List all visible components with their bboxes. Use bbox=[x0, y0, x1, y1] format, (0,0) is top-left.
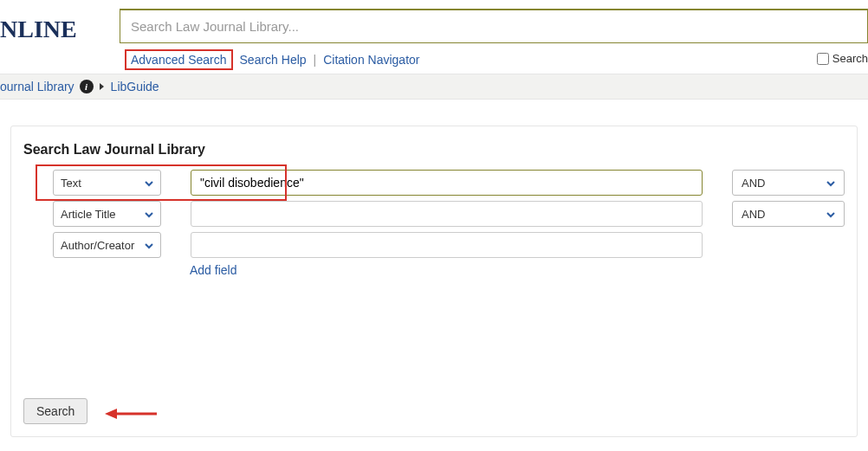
search-checkbox[interactable] bbox=[817, 53, 829, 65]
boolean-select[interactable]: AND bbox=[732, 201, 845, 227]
chevron-down-icon bbox=[145, 208, 153, 221]
form-title: Search Law Journal Library bbox=[23, 142, 845, 158]
field-type-label: Text bbox=[61, 177, 81, 190]
boolean-label: AND bbox=[742, 177, 765, 190]
chevron-down-icon bbox=[826, 177, 835, 190]
form-row: Text AND bbox=[53, 170, 845, 196]
citation-navigator-link[interactable]: Citation Navigator bbox=[323, 53, 419, 67]
field-type-select[interactable]: Author/Creator bbox=[53, 232, 161, 258]
field-type-select[interactable]: Text bbox=[53, 170, 161, 196]
info-icon[interactable]: i bbox=[80, 80, 94, 93]
arrow-icon bbox=[105, 407, 157, 421]
logo: NLINE bbox=[0, 16, 77, 43]
add-field-link[interactable]: Add field bbox=[190, 263, 236, 277]
separator: | bbox=[314, 53, 317, 67]
chevron-down-icon bbox=[145, 239, 153, 252]
search-checkbox-area: Search bbox=[817, 52, 868, 65]
add-field-row: Add field bbox=[190, 263, 845, 277]
search-term-input[interactable] bbox=[191, 170, 703, 196]
breadcrumb: ournal Library i LibGuide bbox=[0, 74, 868, 100]
breadcrumb-libguide[interactable]: LibGuide bbox=[111, 80, 159, 93]
boolean-select[interactable]: AND bbox=[732, 170, 845, 196]
chevron-right-icon bbox=[99, 80, 106, 93]
search-checkbox-label: Search bbox=[832, 52, 868, 65]
main-search-container bbox=[120, 9, 868, 43]
search-term-input[interactable] bbox=[191, 201, 703, 227]
chevron-down-icon bbox=[826, 208, 835, 221]
main-search-input[interactable] bbox=[131, 19, 857, 34]
breadcrumb-library[interactable]: ournal Library bbox=[0, 80, 74, 93]
field-type-label: Author/Creator bbox=[61, 239, 134, 252]
search-term-input[interactable] bbox=[191, 232, 703, 258]
search-button[interactable]: Search bbox=[23, 398, 87, 424]
search-help-link[interactable]: Search Help bbox=[240, 53, 307, 67]
form-row: Article Title AND bbox=[53, 201, 845, 227]
highlight-advanced: Advanced Search bbox=[125, 49, 233, 70]
advanced-search-link[interactable]: Advanced Search bbox=[131, 53, 227, 67]
advanced-search-panel: Search Law Journal Library Text AND Arti… bbox=[10, 126, 858, 437]
search-links: Advanced Search Search Help | Citation N… bbox=[125, 49, 420, 70]
field-type-label: Article Title bbox=[61, 208, 116, 221]
form-row: Author/Creator bbox=[53, 232, 845, 258]
field-type-select[interactable]: Article Title bbox=[53, 201, 161, 227]
svg-marker-1 bbox=[105, 409, 117, 419]
boolean-label: AND bbox=[742, 208, 765, 221]
chevron-down-icon bbox=[145, 177, 153, 190]
